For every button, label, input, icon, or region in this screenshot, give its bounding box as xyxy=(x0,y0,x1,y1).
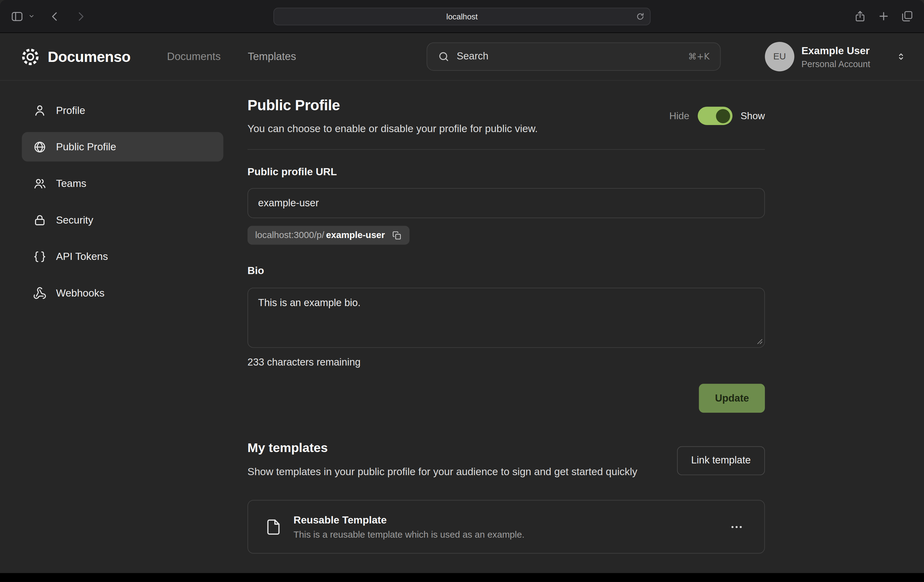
page-subtitle: You can choose to enable or disable your… xyxy=(248,122,538,135)
template-name: Reusable Template xyxy=(293,514,525,526)
sidebar-item-label: Security xyxy=(56,214,93,226)
nav-templates[interactable]: Templates xyxy=(248,51,296,63)
user-icon xyxy=(33,104,46,117)
back-icon[interactable] xyxy=(49,10,61,22)
sidebar-item-label: Webhooks xyxy=(56,287,105,299)
new-tab-icon[interactable] xyxy=(878,10,890,23)
public-profile-url-pill[interactable]: localhost:3000/p/ example-user xyxy=(248,226,410,245)
page-title: Public Profile xyxy=(248,97,538,114)
visibility-toggle-group: Hide Show xyxy=(669,107,765,125)
chevron-down-icon[interactable] xyxy=(28,13,35,20)
sidebar-item-api-tokens[interactable]: API Tokens xyxy=(22,242,223,271)
settings-sidebar: Profile Public Profile Teams Security xyxy=(0,81,248,573)
sidebar-item-label: Public Profile xyxy=(56,141,116,153)
file-icon xyxy=(265,518,282,536)
sidebar-item-profile[interactable]: Profile xyxy=(22,96,223,125)
content-area: Profile Public Profile Teams Security xyxy=(0,81,924,573)
template-description: This is a reusable template which is use… xyxy=(293,529,525,540)
sidebar-item-teams[interactable]: Teams xyxy=(22,169,223,198)
sidebar-toggle-icon[interactable] xyxy=(10,10,23,23)
sidebar-item-label: Profile xyxy=(56,104,85,116)
my-templates-title: My templates xyxy=(248,441,637,456)
hide-label: Hide xyxy=(669,110,689,121)
my-templates-subtitle: Show templates in your public profile fo… xyxy=(248,464,637,480)
reload-icon[interactable] xyxy=(636,12,645,21)
webhook-icon xyxy=(33,286,46,300)
bio-textarea[interactable]: This is an example bio. xyxy=(248,288,765,348)
public-profile-url-label: Public profile URL xyxy=(248,166,765,178)
browser-chrome: localhost xyxy=(0,0,924,33)
template-menu-button[interactable] xyxy=(729,520,744,534)
sidebar-item-security[interactable]: Security xyxy=(22,205,223,235)
sidebar-item-webhooks[interactable]: Webhooks xyxy=(22,278,223,308)
url-text: localhost xyxy=(446,12,478,21)
account-type: Personal Account xyxy=(802,58,870,69)
divider xyxy=(248,149,765,150)
chevrons-up-down-icon xyxy=(896,51,906,62)
link-template-button[interactable]: Link template xyxy=(677,446,765,475)
globe-icon xyxy=(33,140,46,154)
address-bar[interactable]: localhost xyxy=(273,8,650,25)
avatar: EU xyxy=(765,42,794,71)
show-label: Show xyxy=(741,110,765,121)
my-templates-section: My templates Show templates in your publ… xyxy=(248,441,765,554)
account-menu[interactable]: EU Example User Personal Account xyxy=(765,42,906,71)
search-icon xyxy=(438,51,450,63)
sidebar-item-label: API Tokens xyxy=(56,250,108,263)
search-input[interactable]: Search ⌘+K xyxy=(427,43,721,71)
search-placeholder: Search xyxy=(457,51,488,63)
brand-name: Documenso xyxy=(48,48,130,65)
app-window: localhost Documenso Documents xyxy=(0,0,924,582)
share-icon[interactable] xyxy=(854,10,866,23)
update-button[interactable]: Update xyxy=(699,384,765,413)
user-name: Example User xyxy=(802,45,870,57)
public-profile-url-input[interactable] xyxy=(248,188,765,218)
characters-remaining: 233 characters remaining xyxy=(248,357,765,368)
documenso-logo-icon xyxy=(21,47,40,66)
bio-label: Bio xyxy=(248,265,765,277)
app-header: Documenso Documents Templates Search ⌘+K… xyxy=(0,33,924,81)
sidebar-item-public-profile[interactable]: Public Profile xyxy=(22,132,223,162)
copy-icon[interactable] xyxy=(392,230,402,240)
forward-icon[interactable] xyxy=(75,10,86,22)
url-prefix: localhost:3000/p/ xyxy=(255,230,324,240)
template-card[interactable]: Reusable Template This is a reusable tem… xyxy=(248,500,765,554)
window-bottom-edge xyxy=(0,573,924,582)
profile-visibility-toggle[interactable] xyxy=(698,107,732,125)
brand[interactable]: Documenso xyxy=(21,47,130,66)
tab-overview-icon[interactable] xyxy=(901,10,913,23)
lock-icon xyxy=(33,213,46,227)
main-content: Public Profile You can choose to enable … xyxy=(248,81,765,573)
sidebar-item-label: Teams xyxy=(56,177,86,189)
nav-documents[interactable]: Documents xyxy=(167,51,221,63)
main-nav: Documents Templates xyxy=(167,51,296,63)
braces-icon xyxy=(33,250,46,263)
users-icon xyxy=(33,177,46,190)
search-shortcut: ⌘+K xyxy=(688,52,710,61)
toggle-knob xyxy=(716,109,730,123)
url-slug: example-user xyxy=(326,230,385,240)
